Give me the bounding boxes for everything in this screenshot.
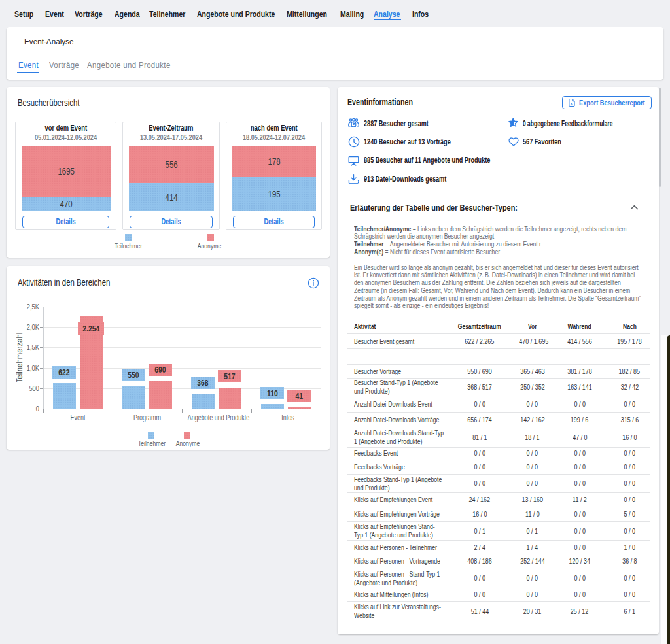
svg-text:x: x: [570, 101, 572, 105]
